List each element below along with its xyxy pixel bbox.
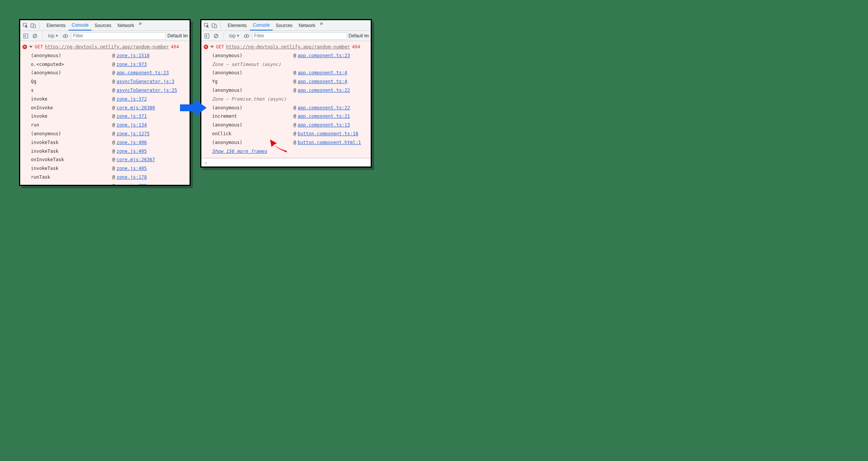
inspect-icon[interactable] <box>23 22 29 29</box>
clear-console-icon[interactable] <box>32 33 38 39</box>
frame-location[interactable]: zone.js:371 <box>116 112 146 121</box>
devtools-toolbar: Elements Console Sources Network » <box>201 20 371 31</box>
at-symbol: @ <box>112 51 115 60</box>
eye-icon[interactable] <box>244 33 250 39</box>
tab-network[interactable]: Network <box>296 20 318 30</box>
frame-function: (anonymous) <box>212 121 293 130</box>
device-toggle-icon[interactable] <box>30 22 36 29</box>
async-boundary: Zone — Promise.then (async) <box>212 95 368 104</box>
device-toggle-icon[interactable] <box>211 22 217 29</box>
more-tabs-icon[interactable]: » <box>139 20 142 30</box>
more-tabs-icon[interactable]: » <box>320 20 323 30</box>
tab-console[interactable]: Console <box>69 20 92 30</box>
stack-frame: increment@app.component.ts:21 <box>212 112 368 121</box>
inspect-icon[interactable] <box>204 22 210 29</box>
frame-location[interactable]: asyncToGenerator.js:25 <box>116 86 177 95</box>
frame-location[interactable]: app.component.ts:22 <box>297 104 350 112</box>
tab-sources[interactable]: Sources <box>92 20 114 30</box>
frame-location[interactable]: app.component.ts:13 <box>297 121 350 130</box>
frame-function: run <box>31 121 112 130</box>
tab-strip: Elements Console Sources Network » <box>225 20 369 30</box>
at-symbol: @ <box>112 95 115 104</box>
stack-frame: Qg@asyncToGenerator.js:3 <box>31 77 187 86</box>
frame-location[interactable]: app.component.ts:4 <box>297 77 347 86</box>
frame-function: (anonymous) <box>212 86 293 95</box>
frame-location[interactable]: zone.js:585 <box>116 182 146 186</box>
show-more-label[interactable]: Show 156 more frames <box>212 147 267 156</box>
at-symbol: @ <box>112 130 115 138</box>
frame-location[interactable]: zone.js:405 <box>116 164 146 173</box>
frame-location[interactable]: zone.js:178 <box>116 173 146 182</box>
frame-location[interactable]: app.component.ts:4 <box>297 69 347 77</box>
filter-input[interactable] <box>71 32 166 40</box>
levels-dropdown[interactable]: Default levels <box>167 33 188 38</box>
at-symbol: @ <box>112 112 115 121</box>
expand-triangle-icon[interactable] <box>210 46 214 48</box>
levels-dropdown[interactable]: Default levels <box>349 33 369 38</box>
frame-location[interactable]: zone.js:406 <box>116 138 146 147</box>
frame-location[interactable]: app.component.ts:21 <box>297 112 350 121</box>
at-symbol: @ <box>112 182 115 186</box>
at-symbol: @ <box>112 138 115 147</box>
show-more-frames[interactable]: Show 156 more frames <box>212 147 368 156</box>
tab-sources[interactable]: Sources <box>273 20 296 30</box>
at-symbol: @ <box>293 121 296 130</box>
frame-location[interactable]: zone.js:973 <box>116 60 146 69</box>
frame-function: runTask <box>31 173 112 182</box>
frame-function: s <box>31 86 112 95</box>
svg-rect-7 <box>214 25 217 28</box>
console-sidebar-icon[interactable] <box>23 33 29 39</box>
frame-location[interactable]: app.component.ts:23 <box>116 69 169 77</box>
frame-location[interactable]: zone.js:405 <box>116 147 146 156</box>
context-label: top <box>48 33 55 38</box>
at-symbol: @ <box>112 60 115 69</box>
at-symbol: @ <box>112 155 115 164</box>
frame-location[interactable]: button.component.ts:18 <box>297 130 358 138</box>
at-symbol: @ <box>112 104 115 112</box>
filter-input[interactable] <box>252 32 347 40</box>
tab-console[interactable]: Console <box>250 20 273 30</box>
frame-function: (anonymous) <box>212 69 293 77</box>
frame-location[interactable]: button.component.html:1 <box>297 138 361 147</box>
error-header[interactable]: ✕ GET https://ng-devtools.netlify.app/ra… <box>201 43 371 51</box>
context-label: top <box>229 33 236 38</box>
frame-function: Qg <box>31 77 112 86</box>
frame-location[interactable]: app.component.ts:22 <box>297 86 350 95</box>
async-boundary: Zone — setTimeout (async) <box>212 60 368 69</box>
error-icon: ✕ <box>204 45 208 49</box>
frame-location[interactable]: zone.js:1518 <box>116 51 149 60</box>
context-dropdown[interactable]: top ▼ <box>228 33 241 38</box>
stack-frame: invokeTask@zone.js:405 <box>31 147 187 156</box>
frame-location[interactable]: zone.js:1275 <box>116 130 149 138</box>
tab-elements[interactable]: Elements <box>225 20 250 30</box>
console-output: ✕ GET https://ng-devtools.netlify.app/ra… <box>20 41 190 186</box>
frame-location[interactable]: core.mjs:26380 <box>116 104 155 112</box>
stack-frame: (anonymous)@app.component.ts:13 <box>212 121 368 130</box>
tab-elements[interactable]: Elements <box>43 20 69 30</box>
frame-location[interactable]: asyncToGenerator.js:3 <box>116 77 174 86</box>
clear-console-icon[interactable] <box>213 33 219 39</box>
svg-rect-1 <box>33 25 35 28</box>
stack-frame: (anonymous)@zone.js:1518 <box>31 51 187 60</box>
svg-line-4 <box>34 35 36 37</box>
context-dropdown[interactable]: top ▼ <box>47 33 60 38</box>
http-url[interactable]: https://ng-devtools.netlify.app/random-n… <box>45 43 169 51</box>
console-sidebar-icon[interactable] <box>204 33 210 39</box>
frame-function: (anonymous) <box>212 51 293 60</box>
frame-location[interactable]: app.component.ts:23 <box>297 51 350 60</box>
frame-location[interactable]: core.mjs:26367 <box>116 155 155 164</box>
stack-frame: onInvoke@core.mjs:26380 <box>31 104 187 112</box>
tab-network[interactable]: Network <box>114 20 137 30</box>
console-prompt[interactable]: › <box>201 158 371 167</box>
stack-frame: invokeTask@zone.js:405 <box>31 164 187 173</box>
error-header[interactable]: ✕ GET https://ng-devtools.netlify.app/ra… <box>20 43 190 51</box>
toolbar-separator <box>39 22 40 29</box>
svg-point-11 <box>246 35 248 37</box>
frame-location[interactable]: zone.js:372 <box>116 95 146 104</box>
at-symbol: @ <box>112 69 115 77</box>
http-url[interactable]: https://ng-devtools.netlify.app/random-n… <box>226 43 350 51</box>
frame-location[interactable]: zone.js:134 <box>116 121 146 130</box>
eye-icon[interactable] <box>63 33 69 39</box>
at-symbol: @ <box>293 77 296 86</box>
expand-triangle-icon[interactable] <box>29 46 33 48</box>
